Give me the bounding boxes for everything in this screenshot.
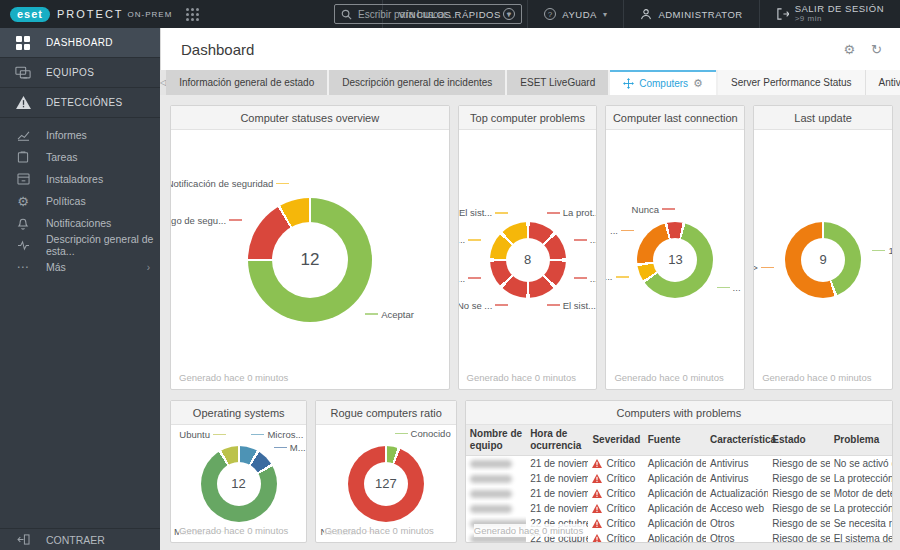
sidebar-item-descripcion-general[interactable]: Descripción general de esta... — [0, 234, 160, 256]
redacted-computer-name — [470, 505, 512, 513]
donut-total: 127 — [364, 462, 408, 506]
bell-icon — [0, 217, 46, 230]
search-box[interactable]: ? — [334, 4, 522, 24]
generated-timestamp: Generado hace 0 minutos — [762, 371, 874, 384]
sidebar-item-notificaciones[interactable]: Notificaciones — [0, 212, 160, 234]
table-row[interactable]: 21 de noviemb...CríticoAplicación de s..… — [466, 471, 892, 486]
critical-icon — [592, 489, 602, 498]
column-header[interactable]: Problema — [830, 425, 892, 456]
table-row[interactable]: 21 de noviemb...CríticoAplicación de s..… — [466, 486, 892, 501]
slice-label: Conocido — [395, 428, 451, 439]
help-menu[interactable]: ? AYUDA ▾ — [527, 0, 623, 28]
problems-table-header: Nombre de equipoHora de ocurrenciaSeveri… — [466, 425, 892, 456]
refresh-icon[interactable]: ↻ — [871, 42, 882, 57]
critical-icon — [592, 474, 602, 483]
slice-label: El sist... — [547, 300, 596, 311]
donut-chart-last-connection[interactable]: 13Nunca...1...... — [606, 130, 744, 389]
donut-total: 8 — [506, 238, 550, 282]
panel-operating-systems: Operating systems 12Micros...M...Micros.… — [170, 400, 307, 543]
critical-icon — [592, 519, 602, 528]
logout-timer: >9 min — [795, 15, 884, 24]
donut-total: 13 — [653, 238, 697, 282]
logout-button[interactable]: SALIR DE SESIÓN >9 min — [759, 0, 900, 28]
computers-icon — [0, 66, 46, 80]
search-help-icon[interactable]: ? — [503, 8, 515, 20]
eset-logo: eset — [10, 7, 50, 22]
panel-title[interactable]: Operating systems — [171, 401, 306, 425]
sidebar-item-informes[interactable]: Informes — [0, 124, 160, 146]
column-header[interactable]: Nombre de equipo — [466, 425, 526, 456]
sidebar-item-dashboard[interactable]: DASHBOARD — [0, 28, 160, 58]
slice-label: ... — [610, 225, 634, 236]
tab-informacion-general[interactable]: Información general de estado — [166, 70, 327, 95]
slice-label: Nunca — [632, 204, 675, 215]
panel-title[interactable]: Top computer problems — [459, 106, 597, 130]
panel-title[interactable]: Computers with problems — [466, 401, 892, 425]
collapse-icon — [0, 534, 46, 545]
sidebar-item-instaladores[interactable]: Instaladores — [0, 168, 160, 190]
panel-title[interactable]: Computer statuses overview — [171, 106, 449, 130]
tab-server-performance[interactable]: Server Performance Status — [718, 70, 866, 95]
critical-icon — [592, 534, 602, 543]
donut-chart-last-update[interactable]: 91> — [754, 130, 892, 389]
generated-timestamp: Generado hace 0 minutos — [179, 371, 291, 384]
panel-rogue-computers: Rogue computers ratio 127ConocidoNo auto… — [315, 400, 456, 543]
column-header[interactable]: Característica — [706, 425, 768, 456]
tab-antivirus-detections[interactable]: Antivirus detections — [866, 70, 900, 95]
donut-chart-computer-statuses[interactable]: 12AceptarRiesgo de segu...Notificación d… — [171, 130, 449, 389]
sidebar-item-detecciones[interactable]: DETECCIÓNES — [0, 88, 160, 118]
column-header[interactable]: Fuente — [644, 425, 706, 456]
panel-last-update: Last update 91> Generado hace 0 minutos — [753, 105, 893, 390]
main-header: Dashboard ⚙ ↻ — [160, 28, 900, 70]
top-bar: eset PROTECT ON-PREM ? VÍNCULOS RÁPIDOS … — [0, 0, 900, 28]
slice-label: El sist... — [459, 207, 508, 218]
column-header[interactable]: Hora de ocurrencia — [526, 425, 588, 456]
donut-total: 12 — [217, 462, 261, 506]
product-edition: ON-PREM — [128, 10, 173, 19]
slice-label: Ubuntu — [179, 429, 226, 440]
table-row[interactable]: 21 de noviemb...CríticoAplicación de s..… — [466, 501, 892, 516]
move-tab-icon[interactable] — [623, 78, 634, 89]
more-icon: ⋯ — [0, 260, 46, 274]
brand: eset PROTECT ON-PREM — [0, 7, 172, 22]
donut-chart-top-problems[interactable]: 8La prot.........El sist...No se .......… — [459, 130, 597, 389]
tab-computers[interactable]: Computers ⚙ — [610, 70, 716, 95]
column-header[interactable]: Estado — [768, 425, 829, 456]
slice-label: ... — [574, 234, 598, 245]
sidebar-item-mas[interactable]: ⋯ Más › — [0, 256, 160, 278]
slice-label: 1 — [872, 245, 893, 256]
generated-timestamp: Generado hace 0 minutos — [324, 524, 436, 537]
slice-label: ... — [458, 273, 482, 284]
sidebar-item-equipos[interactable]: EQUIPOS — [0, 58, 160, 88]
sidebar-item-politicas[interactable]: ⚙ Políticas — [0, 190, 160, 212]
dashboard-settings-icon[interactable]: ⚙ — [843, 42, 855, 57]
dashboard-icon — [0, 36, 46, 50]
panel-title[interactable]: Computer last connection — [606, 106, 744, 130]
product-name: PROTECT — [57, 8, 124, 20]
panel-title[interactable]: Last update — [754, 106, 892, 130]
column-header[interactable]: Severidad — [588, 425, 643, 456]
slice-label: Notificación de seguridad — [170, 178, 289, 189]
slice-label: ... — [574, 273, 598, 284]
tab-eset-liveguard[interactable]: ESET LiveGuard — [507, 70, 608, 95]
panel-top-computer-problems: Top computer problems 8La prot.........E… — [458, 105, 598, 390]
slice-label: Aceptar — [365, 309, 414, 320]
search-input[interactable] — [358, 9, 503, 20]
user-icon — [640, 8, 652, 20]
dashboard-tabs: ◁ Información general de estado Descripc… — [160, 70, 900, 95]
tab-descripcion-incidentes[interactable]: Descripción general de incidentes — [329, 70, 505, 95]
user-menu[interactable]: ADMINISTRATOR — [623, 0, 758, 28]
slice-label: ... — [717, 282, 741, 293]
slice-label: Micros... — [251, 429, 303, 440]
dashboard-content: Computer statuses overview 12AceptarRies… — [160, 95, 900, 550]
page-title: Dashboard — [161, 41, 254, 58]
collapse-sidebar-button[interactable]: CONTRAER — [0, 528, 160, 550]
policies-gear-icon: ⚙ — [0, 195, 46, 208]
sidebar-item-tareas[interactable]: Tareas — [0, 146, 160, 168]
tab-settings-icon[interactable]: ⚙ — [693, 77, 703, 90]
table-row[interactable]: 21 de noviemb...CríticoAplicación de s..… — [466, 456, 892, 472]
panel-computers-with-problems: Computers with problems Nombre de equipo… — [465, 400, 893, 543]
apps-grid-icon[interactable] — [186, 8, 199, 21]
generated-timestamp: Generado hace 0 minutos — [467, 371, 579, 384]
panel-title[interactable]: Rogue computers ratio — [316, 401, 455, 425]
